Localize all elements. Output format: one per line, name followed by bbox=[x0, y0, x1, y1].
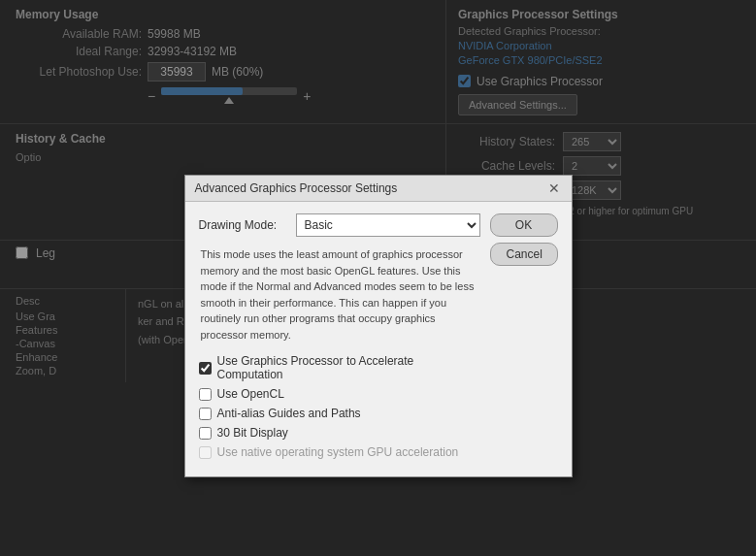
checkbox-row-1: Use OpenCL bbox=[199, 387, 480, 401]
checkbox-native-gpu bbox=[199, 446, 212, 459]
drawing-mode-label: Drawing Mode: bbox=[199, 218, 286, 232]
checkbox-row-3: 30 Bit Display bbox=[199, 426, 480, 440]
checkbox-row-2: Anti-alias Guides and Paths bbox=[199, 407, 480, 420]
drawing-mode-row: Drawing Mode: Basic Normal Advanced bbox=[199, 213, 480, 237]
checkbox-accelerate-label: Use Graphics Processor to Accelerate Com… bbox=[217, 354, 480, 381]
checkbox-antialias-label: Anti-alias Guides and Paths bbox=[217, 407, 361, 420]
checkbox-group: Use Graphics Processor to Accelerate Com… bbox=[199, 354, 480, 459]
dialog-titlebar: Advanced Graphics Processor Settings ✕ bbox=[185, 176, 572, 202]
checkbox-accelerate[interactable] bbox=[199, 362, 212, 375]
checkbox-opencl-label: Use OpenCL bbox=[217, 387, 284, 401]
drawing-mode-select[interactable]: Basic Normal Advanced bbox=[296, 213, 480, 237]
checkbox-opencl[interactable] bbox=[199, 388, 212, 401]
dialog-title: Advanced Graphics Processor Settings bbox=[195, 181, 398, 195]
checkbox-30bit[interactable] bbox=[199, 427, 212, 440]
modal-overlay: Advanced Graphics Processor Settings ✕ D… bbox=[0, 0, 756, 556]
checkbox-30bit-label: 30 Bit Display bbox=[217, 426, 288, 440]
checkbox-row-4: Use native operating system GPU accelera… bbox=[199, 445, 480, 459]
checkbox-antialias[interactable] bbox=[199, 408, 212, 420]
advanced-gpu-dialog: Advanced Graphics Processor Settings ✕ D… bbox=[184, 175, 573, 477]
dialog-description: This mode uses the least amount of graph… bbox=[199, 246, 480, 343]
ok-button[interactable]: OK bbox=[490, 213, 558, 237]
dialog-close-button[interactable]: ✕ bbox=[546, 181, 562, 195]
dialog-button-area: OK Cancel bbox=[490, 213, 558, 465]
dialog-body: Drawing Mode: Basic Normal Advanced This… bbox=[185, 202, 572, 476]
cancel-button[interactable]: Cancel bbox=[490, 243, 558, 266]
dialog-left: Drawing Mode: Basic Normal Advanced This… bbox=[199, 213, 480, 465]
checkbox-row-0: Use Graphics Processor to Accelerate Com… bbox=[199, 354, 480, 381]
checkbox-native-gpu-label: Use native operating system GPU accelera… bbox=[217, 445, 459, 459]
